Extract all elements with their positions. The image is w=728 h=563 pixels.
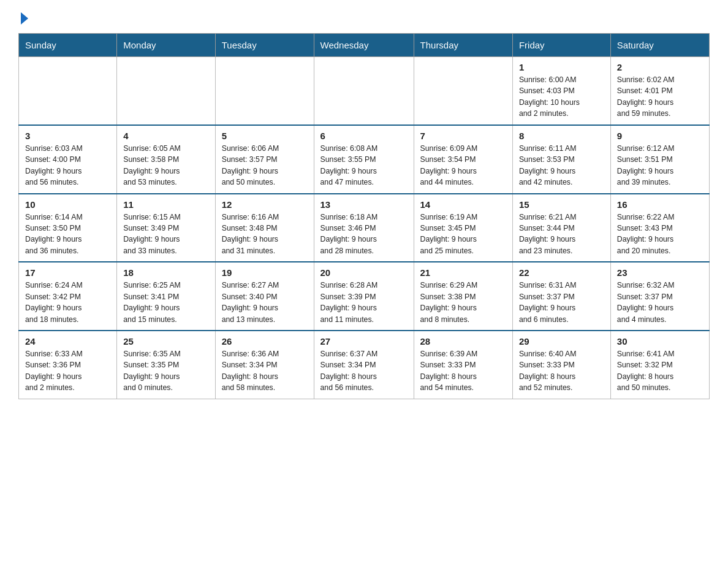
day-number: 14: [420, 199, 506, 210]
day-number: 17: [25, 267, 110, 278]
day-number: 3: [25, 131, 110, 141]
day-info: Sunrise: 6:37 AM Sunset: 3:34 PM Dayligh…: [320, 348, 408, 394]
header-tuesday: Tuesday: [215, 34, 314, 57]
calendar-cell: 30Sunrise: 6:41 AM Sunset: 3:32 PM Dayli…: [610, 331, 709, 399]
calendar-cell: 10Sunrise: 6:14 AM Sunset: 3:50 PM Dayli…: [19, 194, 117, 262]
calendar-cell: 16Sunrise: 6:22 AM Sunset: 3:43 PM Dayli…: [610, 194, 709, 262]
calendar-cell: 24Sunrise: 6:33 AM Sunset: 3:36 PM Dayli…: [19, 331, 117, 399]
calendar-cell: 23Sunrise: 6:32 AM Sunset: 3:37 PM Dayli…: [610, 262, 709, 331]
calendar-week-row: 10Sunrise: 6:14 AM Sunset: 3:50 PM Dayli…: [19, 194, 710, 262]
day-number: 21: [420, 267, 506, 278]
calendar-cell: 13Sunrise: 6:18 AM Sunset: 3:46 PM Dayli…: [314, 194, 414, 262]
calendar-cell: 22Sunrise: 6:31 AM Sunset: 3:37 PM Dayli…: [512, 262, 610, 331]
day-number: 18: [123, 267, 208, 278]
day-info: Sunrise: 6:02 AM Sunset: 4:01 PM Dayligh…: [617, 74, 703, 120]
day-number: 10: [25, 199, 110, 210]
calendar-cell: [414, 57, 512, 125]
day-number: 19: [222, 267, 308, 278]
day-info: Sunrise: 6:08 AM Sunset: 3:55 PM Dayligh…: [320, 143, 408, 188]
day-info: Sunrise: 6:16 AM Sunset: 3:48 PM Dayligh…: [222, 212, 308, 257]
header-saturday: Saturday: [610, 34, 709, 57]
day-info: Sunrise: 6:29 AM Sunset: 3:38 PM Dayligh…: [420, 280, 506, 325]
calendar-cell: 15Sunrise: 6:21 AM Sunset: 3:44 PM Dayli…: [512, 194, 610, 262]
day-number: 20: [320, 267, 408, 278]
calendar-cell: 9Sunrise: 6:12 AM Sunset: 3:51 PM Daylig…: [610, 125, 709, 194]
calendar-cell: [19, 57, 117, 125]
calendar-cell: 12Sunrise: 6:16 AM Sunset: 3:48 PM Dayli…: [215, 194, 314, 262]
calendar-cell: 7Sunrise: 6:09 AM Sunset: 3:54 PM Daylig…: [414, 125, 512, 194]
day-number: 28: [420, 336, 506, 347]
day-number: 4: [123, 131, 208, 141]
day-info: Sunrise: 6:32 AM Sunset: 3:37 PM Dayligh…: [617, 280, 703, 325]
day-number: 26: [222, 336, 308, 347]
calendar-cell: 6Sunrise: 6:08 AM Sunset: 3:55 PM Daylig…: [314, 125, 414, 194]
calendar-cell: [215, 57, 314, 125]
calendar-week-row: 3Sunrise: 6:03 AM Sunset: 4:00 PM Daylig…: [19, 125, 710, 194]
header-thursday: Thursday: [414, 34, 512, 57]
day-info: Sunrise: 6:28 AM Sunset: 3:39 PM Dayligh…: [320, 280, 408, 325]
day-number: 30: [617, 336, 703, 347]
calendar-cell: 28Sunrise: 6:39 AM Sunset: 3:33 PM Dayli…: [414, 331, 512, 399]
day-number: 23: [617, 267, 703, 278]
calendar-cell: 18Sunrise: 6:25 AM Sunset: 3:41 PM Dayli…: [117, 262, 215, 331]
header-monday: Monday: [117, 34, 215, 57]
day-info: Sunrise: 6:41 AM Sunset: 3:32 PM Dayligh…: [617, 348, 703, 394]
day-info: Sunrise: 6:27 AM Sunset: 3:40 PM Dayligh…: [222, 280, 308, 325]
weekday-header-row: Sunday Monday Tuesday Wednesday Thursday…: [19, 34, 710, 57]
day-number: 8: [519, 131, 604, 141]
day-info: Sunrise: 6:05 AM Sunset: 3:58 PM Dayligh…: [123, 143, 208, 188]
calendar-cell: 3Sunrise: 6:03 AM Sunset: 4:00 PM Daylig…: [19, 125, 117, 194]
calendar-cell: 14Sunrise: 6:19 AM Sunset: 3:45 PM Dayli…: [414, 194, 512, 262]
day-number: 12: [222, 199, 308, 210]
day-info: Sunrise: 6:15 AM Sunset: 3:49 PM Dayligh…: [123, 212, 208, 257]
day-info: Sunrise: 6:35 AM Sunset: 3:35 PM Dayligh…: [123, 348, 208, 394]
day-number: 25: [123, 336, 208, 347]
day-info: Sunrise: 6:40 AM Sunset: 3:33 PM Dayligh…: [519, 348, 604, 394]
calendar-cell: 19Sunrise: 6:27 AM Sunset: 3:40 PM Dayli…: [215, 262, 314, 331]
day-info: Sunrise: 6:22 AM Sunset: 3:43 PM Dayligh…: [617, 212, 703, 257]
calendar-cell: 20Sunrise: 6:28 AM Sunset: 3:39 PM Dayli…: [314, 262, 414, 331]
day-info: Sunrise: 6:18 AM Sunset: 3:46 PM Dayligh…: [320, 212, 408, 257]
day-info: Sunrise: 6:00 AM Sunset: 4:03 PM Dayligh…: [519, 74, 604, 120]
day-number: 1: [519, 62, 604, 72]
day-info: Sunrise: 6:33 AM Sunset: 3:36 PM Dayligh…: [25, 348, 110, 394]
day-number: 22: [519, 267, 604, 278]
day-number: 15: [519, 199, 604, 210]
calendar-cell: 21Sunrise: 6:29 AM Sunset: 3:38 PM Dayli…: [414, 262, 512, 331]
calendar-cell: 25Sunrise: 6:35 AM Sunset: 3:35 PM Dayli…: [117, 331, 215, 399]
day-number: 27: [320, 336, 408, 347]
logo-triangle-icon: [21, 12, 28, 25]
day-number: 16: [617, 199, 703, 210]
day-number: 11: [123, 199, 208, 210]
header-friday: Friday: [512, 34, 610, 57]
calendar-week-row: 24Sunrise: 6:33 AM Sunset: 3:36 PM Dayli…: [19, 331, 710, 399]
calendar-table: Sunday Monday Tuesday Wednesday Thursday…: [18, 33, 710, 399]
day-info: Sunrise: 6:09 AM Sunset: 3:54 PM Dayligh…: [420, 143, 506, 188]
calendar-cell: 11Sunrise: 6:15 AM Sunset: 3:49 PM Dayli…: [117, 194, 215, 262]
day-info: Sunrise: 6:06 AM Sunset: 3:57 PM Dayligh…: [222, 143, 308, 188]
day-number: 2: [617, 62, 703, 72]
calendar-week-row: 17Sunrise: 6:24 AM Sunset: 3:42 PM Dayli…: [19, 262, 710, 331]
day-info: Sunrise: 6:24 AM Sunset: 3:42 PM Dayligh…: [25, 280, 110, 325]
header-sunday: Sunday: [19, 34, 117, 57]
calendar-cell: [117, 57, 215, 125]
day-info: Sunrise: 6:19 AM Sunset: 3:45 PM Dayligh…: [420, 212, 506, 257]
day-number: 7: [420, 131, 506, 141]
header: [18, 12, 710, 22]
calendar-cell: 5Sunrise: 6:06 AM Sunset: 3:57 PM Daylig…: [215, 125, 314, 194]
calendar-cell: 17Sunrise: 6:24 AM Sunset: 3:42 PM Dayli…: [19, 262, 117, 331]
day-info: Sunrise: 6:03 AM Sunset: 4:00 PM Dayligh…: [25, 143, 110, 188]
calendar-cell: 29Sunrise: 6:40 AM Sunset: 3:33 PM Dayli…: [512, 331, 610, 399]
day-info: Sunrise: 6:36 AM Sunset: 3:34 PM Dayligh…: [222, 348, 308, 394]
day-number: 5: [222, 131, 308, 141]
calendar-cell: 26Sunrise: 6:36 AM Sunset: 3:34 PM Dayli…: [215, 331, 314, 399]
day-number: 24: [25, 336, 110, 347]
day-number: 9: [617, 131, 703, 141]
day-info: Sunrise: 6:31 AM Sunset: 3:37 PM Dayligh…: [519, 280, 604, 325]
logo: [18, 12, 31, 22]
calendar-cell: 27Sunrise: 6:37 AM Sunset: 3:34 PM Dayli…: [314, 331, 414, 399]
day-info: Sunrise: 6:25 AM Sunset: 3:41 PM Dayligh…: [123, 280, 208, 325]
day-number: 29: [519, 336, 604, 347]
calendar-cell: 1Sunrise: 6:00 AM Sunset: 4:03 PM Daylig…: [512, 57, 610, 125]
calendar-week-row: 1Sunrise: 6:00 AM Sunset: 4:03 PM Daylig…: [19, 57, 710, 125]
